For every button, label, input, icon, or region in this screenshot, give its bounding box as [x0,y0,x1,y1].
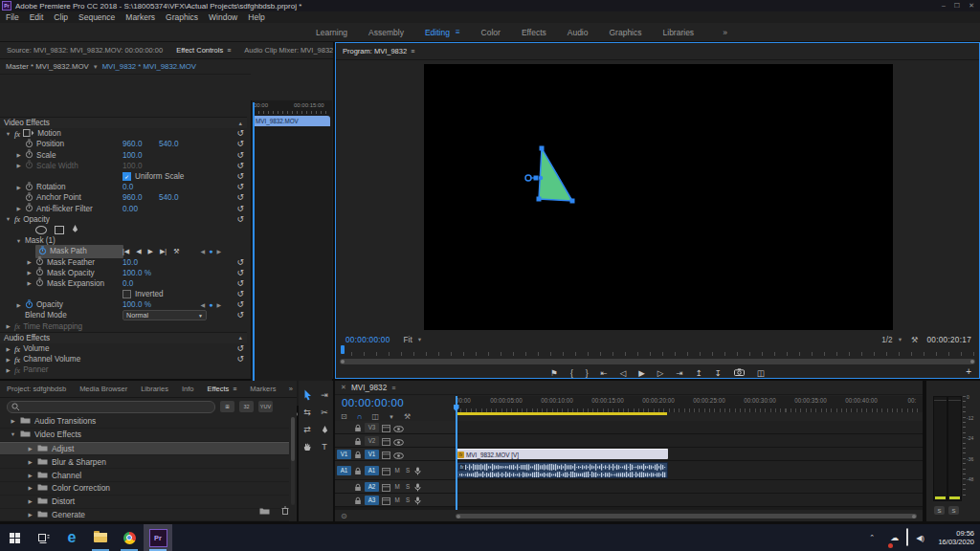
zoom-level-select[interactable]: Fit▼ [404,336,423,344]
video-clip[interactable]: fxMVI_9832.MOV [V] [457,449,668,459]
delete-icon[interactable] [281,501,289,518]
twirl-closed-icon[interactable]: ▶ [27,485,33,491]
stopwatch-icon[interactable] [35,256,44,268]
timeline-playhead[interactable] [456,396,457,510]
ec-row-position[interactable]: Position960.0540.0↺ [0,139,247,149]
sync-lock-icon[interactable] [382,446,390,463]
volume-icon[interactable]: ◀) [916,534,924,542]
tab-markers[interactable]: Markers [243,385,282,393]
tray-expand-icon[interactable]: ⌃ [869,534,875,541]
solo-button[interactable]: S [404,496,412,503]
track-lane-v3[interactable] [456,421,923,433]
program-playhead[interactable] [341,345,345,354]
param-value[interactable]: 100.0 % [122,269,159,277]
close-icon[interactable]: ✕ [341,384,346,391]
source-patch-a2[interactable] [337,482,351,492]
tab-program[interactable]: Program: MVI_9832≡ [336,47,421,55]
ec-row-blend-mode[interactable]: Blend ModeNormal▼↺ [0,310,247,320]
ec-row-scale-width[interactable]: ▶Scale Width100.0↺ [0,161,247,171]
clip-selector[interactable]: Master * MVI_9832.MOV ▼ MVI_9832 * MVI_9… [0,59,251,75]
next-keyframe-icon[interactable]: ▶ [216,301,221,308]
taskbar-clock[interactable]: 09:5616/03/2020 [932,529,974,546]
lift-button[interactable]: ↥ [695,368,702,378]
workspace-tab-libraries[interactable]: Libraries [663,28,695,37]
track-lane-a1[interactable]: fx [456,461,923,479]
twirl-closed-icon[interactable]: ▶ [15,163,22,168]
audio-clip[interactable]: fx [457,462,668,478]
track-target-v2[interactable]: V2 [365,436,379,446]
menu-edit[interactable]: Edit [30,12,44,22]
menu-help[interactable]: Help [248,12,264,22]
twirl-closed-icon[interactable]: ▶ [5,323,11,329]
ec-section-video-effects[interactable]: Video Effects▲ [0,117,247,128]
master-clip-label[interactable]: Master * MVI_9832.MOV [6,62,89,71]
stopwatch-icon[interactable] [35,267,44,278]
maximize-button[interactable]: ☐ [954,2,960,10]
sequence-clip-label[interactable]: MVI_9832 * MVI_9832.MOV [102,62,196,71]
ec-row-inverted[interactable]: Inverted↺ [0,289,247,299]
panel-menu-icon[interactable]: ≡ [411,48,414,55]
comparison-view-button[interactable]: ◫ [757,368,765,378]
solo-right-button[interactable]: S [948,506,959,515]
source-patch-v2[interactable] [337,436,351,446]
twirl-closed-icon[interactable]: ▶ [27,459,33,465]
file-explorer-taskbar-icon[interactable] [86,524,115,551]
accelerated-effects-filter-button[interactable]: ⊞ [220,401,234,412]
source-patch-v3[interactable] [337,423,351,432]
twirl-closed-icon[interactable]: ▶ [15,302,22,308]
reset-parameter-icon[interactable]: ↺ [236,269,244,277]
workspace-tab-effects[interactable]: Effects [522,28,546,37]
stopwatch-icon[interactable] [25,299,33,311]
toggle-track-output-icon[interactable] [393,446,404,463]
ec-row-panner[interactable]: ▶fxPanner [0,364,247,375]
reset-parameter-icon[interactable]: ↺ [236,205,244,213]
edge-taskbar-icon[interactable]: e [57,524,86,551]
network-icon[interactable] [906,529,908,546]
step-forward-button[interactable]: ▷ [657,368,664,378]
tree-item-distort[interactable]: ▶Distort [0,496,289,509]
stopwatch-icon[interactable] [25,182,33,193]
twirl-closed-icon[interactable]: ▶ [10,418,16,424]
track-v1[interactable]: V1V1fxMVI_9832.MOV [V] [335,448,923,461]
onedrive-icon[interactable]: ☁ [890,533,899,542]
ec-row-anchor-point[interactable]: Anchor Point960.0540.0↺ [0,192,247,203]
track-target-v1[interactable]: V1 [365,450,379,459]
task-view-button[interactable] [29,524,57,551]
ec-playhead[interactable] [253,102,255,404]
tree-item-adjust[interactable]: ▶Adjust [0,442,289,456]
workspace-tab-graphics[interactable]: Graphics [610,28,642,37]
tree-item-generate[interactable]: ▶Generate [0,509,289,522]
selection-tool[interactable] [299,388,316,402]
ec-row-opacity[interactable]: ▶Opacity100.0 %◀●▶↺ [0,299,247,310]
twirl-open-icon[interactable]: ▼ [10,431,16,437]
twirl-closed-icon[interactable]: ▶ [15,206,22,211]
param-value[interactable]: 960.0 [122,193,159,202]
param-value[interactable]: 100.0 % [122,300,159,309]
solo-button[interactable]: S [404,483,412,490]
param-value[interactable]: 100.0 [122,151,159,160]
32-bit-filter-button[interactable]: 32 [239,401,254,412]
effect-controls-timeline[interactable]: 00:0000:00:15:00 MVI_9832.MOV [251,100,332,406]
track-target-v3[interactable]: V3 [365,423,379,432]
play-button[interactable]: ▶ [638,368,645,378]
rectangle-mask-icon[interactable] [55,226,64,234]
go-to-in-button[interactable]: ⇤ [601,368,608,378]
twirl-open-icon[interactable]: ▼ [15,238,22,244]
solo-button[interactable]: S [404,467,412,474]
param-value[interactable]: 10.0 [122,258,159,267]
twirl-closed-icon[interactable]: ▶ [5,346,11,352]
work-area-bar[interactable] [456,412,667,415]
reset-parameter-icon[interactable]: ↺ [236,183,244,191]
ec-row-channel-volume[interactable]: ▶fxChannel Volume↺ [0,354,247,364]
track-target-a2[interactable]: A2 [365,482,379,492]
reset-parameter-icon[interactable]: ↺ [236,290,244,298]
stopwatch-icon[interactable] [25,203,33,214]
tree-item-blur-sharpen[interactable]: ▶Blur & Sharpen [0,455,289,469]
sync-lock-icon[interactable] [382,492,390,509]
menu-clip[interactable]: Clip [54,12,68,22]
twirl-closed-icon[interactable]: ▶ [27,498,33,504]
ripple-edit-tool[interactable]: ⇆ [299,406,316,419]
stopwatch-icon[interactable] [25,149,33,161]
mark-in-button[interactable]: { [570,368,573,378]
twirl-open-icon[interactable]: ▼ [5,216,11,222]
